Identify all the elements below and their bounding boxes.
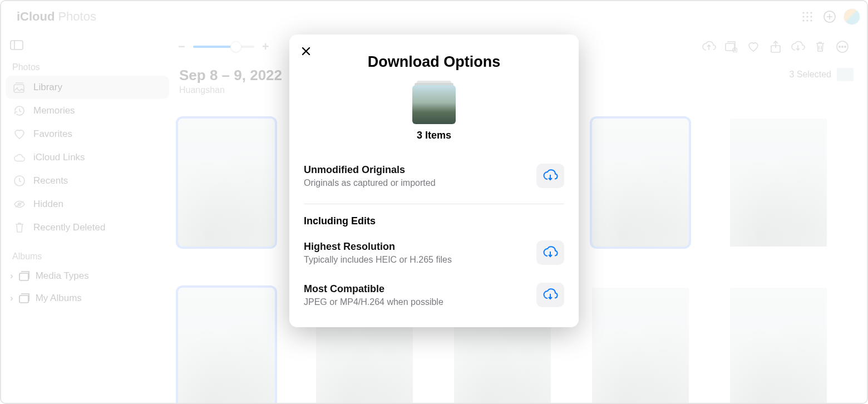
download-unmodified-button[interactable]: [536, 164, 564, 188]
option-highest-resolution: Highest Resolution Typically includes HE…: [304, 237, 564, 268]
divider: [304, 204, 564, 204]
option-unmodified-originals: Unmodified Originals Originals as captur…: [304, 160, 564, 191]
section-including-edits: Including Edits: [304, 215, 564, 227]
option-description: Typically includes HEIC or H.265 files: [304, 255, 527, 265]
download-options-modal: Download Options 3 Items Unmodified Orig…: [289, 35, 579, 327]
option-most-compatible: Most Compatible JPEG or MP4/H.264 when p…: [304, 279, 564, 311]
option-title: Most Compatible: [304, 283, 527, 295]
option-description: JPEG or MP4/H.264 when possible: [304, 297, 527, 307]
option-title: Unmodified Originals: [304, 164, 527, 176]
modal-title: Download Options: [304, 53, 564, 71]
items-count-label: 3 Items: [304, 130, 564, 141]
option-title: Highest Resolution: [304, 241, 527, 253]
option-description: Originals as captured or imported: [304, 178, 527, 188]
download-highest-resolution-button[interactable]: [536, 240, 564, 265]
download-most-compatible-button[interactable]: [536, 283, 564, 307]
items-preview-thumbnail: [412, 81, 456, 124]
close-button[interactable]: [298, 43, 314, 59]
